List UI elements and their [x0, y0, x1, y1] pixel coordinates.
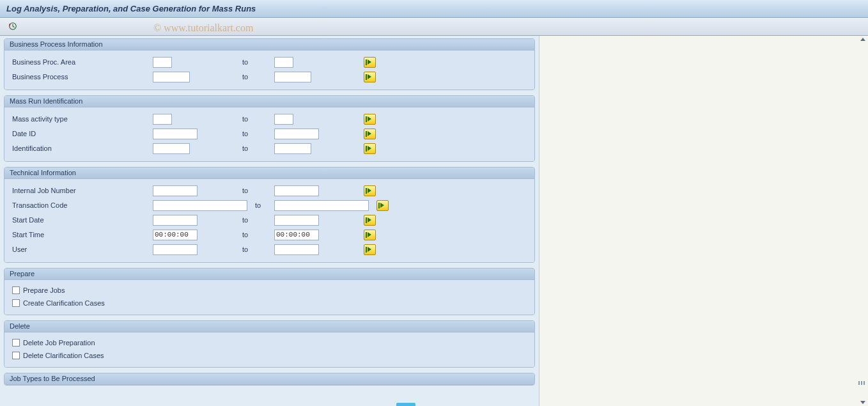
multiple-selection-button[interactable]: [364, 143, 376, 154]
user-to-input[interactable]: [274, 244, 319, 255]
group-body: Delete Job Preparation Delete Clarificat…: [4, 332, 534, 367]
scroll-up-icon[interactable]: [860, 38, 865, 41]
transaction-code-to-input[interactable]: [274, 200, 369, 211]
group-header: Prepare: [4, 269, 534, 280]
start-time-to-input[interactable]: [274, 230, 319, 240]
multiple-selection-button[interactable]: [364, 215, 376, 226]
row-business-process: Business Process to: [12, 70, 529, 84]
arrow-right-icon: [368, 116, 371, 121]
multiple-selection-button[interactable]: [376, 200, 389, 211]
field-label: Mass activity type: [12, 115, 153, 123]
arrow-right-icon: [380, 203, 384, 208]
multiple-selection-button[interactable]: [364, 114, 376, 125]
group-header: Business Process Information: [4, 39, 534, 51]
execute-clock-icon: [8, 22, 17, 32]
to-label: to: [217, 130, 274, 137]
delete-job-preparation-checkbox[interactable]: [12, 339, 20, 347]
multiple-selection-button[interactable]: [364, 57, 376, 68]
internal-job-number-from-input[interactable]: [153, 185, 198, 196]
row-transaction-code: Transaction Code to: [12, 198, 529, 212]
footer-indicator: [396, 403, 415, 406]
row-mass-activity-type: Mass activity type to: [12, 112, 529, 126]
arrow-right-icon: [368, 59, 371, 65]
field-label: User: [12, 246, 153, 253]
row-delete-job-preparation: Delete Job Preparation: [12, 336, 529, 349]
identification-to-input[interactable]: [274, 143, 311, 154]
right-panel: [539, 36, 868, 406]
group-job-types: Job Types to Be Processed: [4, 373, 535, 386]
to-label: to: [217, 73, 274, 81]
group-body: Mass activity type to Date ID to Ide: [4, 107, 534, 161]
prepare-jobs-checkbox[interactable]: [12, 286, 20, 294]
row-prepare-jobs: Prepare Jobs: [12, 284, 529, 297]
group-body: Internal Job Number to Transaction Code …: [4, 179, 534, 262]
start-date-from-input[interactable]: [153, 215, 198, 226]
multiple-selection-button[interactable]: [364, 230, 376, 240]
group-header: Job Types to Be Processed: [4, 373, 534, 385]
row-user: User to: [12, 242, 529, 256]
business-process-from-input[interactable]: [153, 72, 190, 82]
row-create-clarification-cases: Create Clarification Cases: [12, 297, 529, 309]
mass-activity-type-to-input[interactable]: [274, 114, 293, 125]
business-proc-area-to-input[interactable]: [274, 57, 293, 68]
row-start-time: Start Time to: [12, 228, 529, 242]
application-toolbar: [0, 18, 868, 36]
date-id-to-input[interactable]: [274, 129, 319, 139]
row-business-proc-area: Business Proc. Area to: [12, 55, 529, 69]
create-clarification-cases-checkbox[interactable]: [12, 299, 20, 307]
field-label: Date ID: [12, 130, 153, 137]
row-internal-job-number: Internal Job Number to: [12, 183, 529, 198]
checkbox-label: Create Clarification Cases: [23, 299, 105, 307]
delete-clarification-cases-checkbox[interactable]: [12, 352, 20, 359]
start-time-from-input[interactable]: [153, 230, 198, 240]
group-header: Technical Information: [4, 168, 534, 179]
user-from-input[interactable]: [153, 244, 198, 255]
to-label: to: [217, 187, 274, 194]
content-wrap: Business Process Information Business Pr…: [0, 36, 868, 406]
date-id-from-input[interactable]: [153, 129, 198, 139]
business-process-to-input[interactable]: [274, 72, 311, 82]
arrow-right-icon: [368, 131, 371, 136]
mass-activity-type-from-input[interactable]: [153, 114, 172, 125]
group-technical-information: Technical Information Internal Job Numbe…: [4, 167, 535, 263]
row-identification: Identification to: [12, 141, 529, 155]
to-label: to: [217, 231, 274, 238]
arrow-right-icon: [368, 188, 371, 193]
internal-job-number-to-input[interactable]: [274, 185, 319, 196]
multiple-selection-button[interactable]: [364, 72, 376, 82]
arrow-right-icon: [368, 146, 371, 151]
group-header: Mass Run Identification: [4, 96, 534, 107]
arrow-right-icon: [368, 217, 371, 223]
to-label: to: [217, 216, 274, 224]
to-label: to: [255, 201, 274, 209]
arrow-right-icon: [368, 74, 371, 79]
execute-button[interactable]: [6, 20, 19, 33]
page-title: Log Analysis, Preparation, and Case Gene…: [6, 4, 256, 13]
to-label: to: [217, 144, 274, 152]
field-label: Internal Job Number: [12, 187, 153, 194]
to-label: to: [217, 115, 274, 123]
multiple-selection-button[interactable]: [364, 129, 376, 139]
to-label: to: [217, 246, 274, 253]
scroll-down-icon[interactable]: [860, 401, 865, 404]
field-label: Business Process: [12, 73, 153, 81]
group-body: Prepare Jobs Create Clarification Cases: [4, 280, 534, 315]
row-start-date: Start Date to: [12, 213, 529, 227]
identification-from-input[interactable]: [153, 143, 190, 154]
selection-screen: Business Process Information Business Pr…: [0, 36, 539, 406]
business-proc-area-from-input[interactable]: [153, 57, 172, 68]
group-delete: Delete Delete Job Preparation Delete Cla…: [4, 320, 535, 368]
transaction-code-from-input[interactable]: [153, 200, 247, 211]
group-prepare: Prepare Prepare Jobs Create Clarificatio…: [4, 268, 535, 315]
vertical-scrollbar[interactable]: [858, 36, 868, 406]
row-date-id: Date ID to: [12, 127, 529, 141]
multiple-selection-button[interactable]: [364, 244, 376, 255]
start-date-to-input[interactable]: [274, 215, 319, 226]
field-label: Start Time: [12, 231, 153, 238]
group-header: Delete: [4, 321, 534, 332]
row-delete-clarification-cases: Delete Clarification Cases: [12, 349, 529, 362]
multiple-selection-button[interactable]: [364, 185, 376, 196]
group-business-process-info: Business Process Information Business Pr…: [4, 38, 535, 90]
resize-handle-icon[interactable]: [858, 381, 866, 385]
title-bar: Log Analysis, Preparation, and Case Gene…: [0, 0, 868, 18]
